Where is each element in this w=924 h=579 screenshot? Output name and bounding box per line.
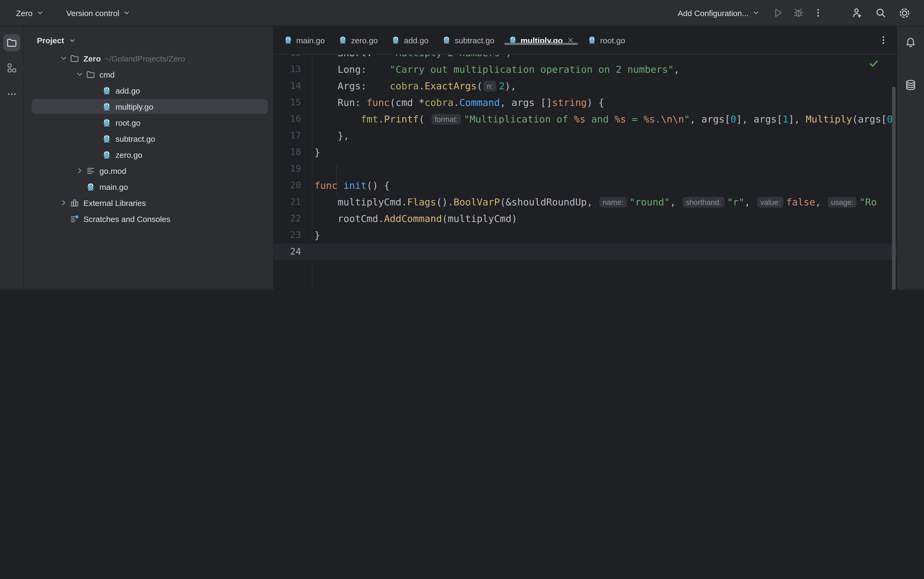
line-number: 17 xyxy=(274,127,312,144)
tree-item-label: cmd xyxy=(100,70,115,79)
code-token: "r" xyxy=(727,196,744,208)
editor-scrollbar[interactable] xyxy=(892,87,896,290)
chevron-down-icon xyxy=(753,9,760,16)
code-token: , args[ xyxy=(690,113,730,124)
chevron-down-icon[interactable] xyxy=(75,70,84,79)
line-number: 19 xyxy=(274,160,312,177)
chevron-spacer xyxy=(91,102,100,111)
mod-icon xyxy=(86,166,95,175)
goland-window: Zero Version control Add Configuration..… xyxy=(0,0,924,290)
tree-item-zero[interactable]: Zero~/GolandProjects/Zero xyxy=(24,50,273,66)
tree-item-multiply.go[interactable]: multiply.go xyxy=(24,98,273,114)
code-token: ], args[ xyxy=(736,113,782,124)
more-tool-windows-icon[interactable] xyxy=(3,85,20,103)
close-icon[interactable] xyxy=(568,37,574,43)
run-icon[interactable] xyxy=(773,8,784,18)
tree-item-label: add.go xyxy=(116,86,140,95)
code-editor[interactable]: 12 Short: "Multiply 2 numbers",13 Long: … xyxy=(274,54,897,290)
gopher-file-icon xyxy=(102,150,111,159)
code-token: Multiply xyxy=(806,113,852,124)
folder-icon xyxy=(86,70,95,79)
line-number: 12 xyxy=(274,54,312,61)
tree-item-label: Zero xyxy=(83,54,101,63)
code-line-text: rootCmd.AddCommand(multiplyCmd) xyxy=(312,210,518,227)
tab-options-icon[interactable] xyxy=(878,35,888,45)
tree-item-label: go.mod xyxy=(100,166,126,175)
gopher-file-icon xyxy=(442,36,451,44)
code-token: fmt xyxy=(361,113,378,124)
code-token: ( xyxy=(419,113,430,124)
right-tool-bar xyxy=(897,26,924,290)
debug-icon[interactable] xyxy=(793,8,804,18)
editor-tab-add.go[interactable]: add.go xyxy=(385,36,436,45)
code-line-text: } xyxy=(312,144,320,160)
database-icon[interactable] xyxy=(902,77,919,93)
chevron-right-icon[interactable] xyxy=(59,198,68,207)
editor-tab-root.go[interactable]: root.go xyxy=(581,36,632,45)
vcs-selector[interactable]: Version control xyxy=(66,8,131,17)
editor-tab-subtract.go[interactable]: subtract.go xyxy=(436,36,501,45)
code-line-20: 20func init() { xyxy=(274,177,897,194)
inspections-ok-icon[interactable] xyxy=(869,59,878,69)
code-token: = xyxy=(626,113,643,124)
run-configuration-selector[interactable]: Add Configuration... xyxy=(678,8,760,17)
code-line-text: fmt.Printf( format:"Multiplication of %s… xyxy=(312,111,893,127)
structure-icon[interactable] xyxy=(3,59,20,77)
code-line-12: 12 Short: "Multiply 2 numbers", xyxy=(274,54,897,61)
chevron-spacer xyxy=(91,150,100,159)
code-line-14: 14 Args: cobra.ExactArgs(n:2), xyxy=(274,78,897,94)
gopher-file-icon xyxy=(102,86,111,95)
code-token: , xyxy=(815,196,827,208)
tree-item-go.mod[interactable]: go.mod xyxy=(24,163,273,179)
chevron-spacer xyxy=(75,182,84,191)
activity-bar xyxy=(0,26,24,290)
notifications-bell-icon[interactable] xyxy=(902,34,919,51)
add-user-icon[interactable] xyxy=(852,8,862,18)
settings-gear-icon[interactable] xyxy=(899,7,910,18)
code-token: %s xyxy=(574,113,586,124)
editor-tab-main.go[interactable]: main.go xyxy=(277,36,332,45)
code-token: ExactArgs xyxy=(424,80,477,92)
code-line-23: 23} xyxy=(274,227,897,244)
chevron-down-icon[interactable] xyxy=(59,54,68,62)
tree-item-label: zero.go xyxy=(116,150,142,159)
code-token: (args[ xyxy=(852,113,887,124)
gopher-file-icon xyxy=(86,182,95,191)
code-line-16: 16 fmt.Printf( format:"Multiplication of… xyxy=(274,111,897,127)
tree-item-root.go[interactable]: root.go xyxy=(24,114,273,131)
code-token: %s xyxy=(614,113,626,124)
code-token: %s xyxy=(643,113,655,124)
code-token: . xyxy=(378,113,384,124)
code-token: "Multiply 2 numbers", xyxy=(390,54,511,58)
code-line-24: 24 xyxy=(274,244,897,260)
tree-item-zero.go[interactable]: zero.go xyxy=(24,147,273,163)
tree-item-main.go[interactable]: main.go xyxy=(24,179,273,195)
code-token: ], xyxy=(789,113,806,124)
code-token: , xyxy=(744,196,756,208)
code-line-17: 17 }, xyxy=(274,127,897,144)
code-line-text: } xyxy=(312,227,320,244)
chevron-down-icon xyxy=(36,9,44,16)
inlay-hint: n: xyxy=(484,81,496,92)
chevron-right-icon[interactable] xyxy=(75,166,84,175)
tree-item-external-libraries[interactable]: External Libraries xyxy=(24,195,273,211)
project-folder-icon[interactable] xyxy=(3,34,20,51)
project-selector[interactable]: Zero xyxy=(16,8,44,17)
code-token: "round" xyxy=(629,196,670,208)
tree-item-add.go[interactable]: add.go xyxy=(24,82,273,98)
editor-tab-zero.go[interactable]: zero.go xyxy=(332,36,385,45)
project-panel-header[interactable]: Project xyxy=(24,26,273,50)
gopher-file-icon xyxy=(588,36,596,44)
tree-item-subtract.go[interactable]: subtract.go xyxy=(24,131,273,147)
code-token: and xyxy=(586,113,614,124)
more-vertical-icon[interactable] xyxy=(813,8,823,18)
code-token: cobra xyxy=(424,97,454,108)
tree-item-scratches-and-consoles[interactable]: Scratches and Consoles xyxy=(24,211,273,227)
code-line-19: 19 xyxy=(274,160,897,177)
gopher-file-icon xyxy=(339,36,347,44)
tree-item-cmd[interactable]: cmd xyxy=(24,66,273,82)
editor-tab-multiply.go[interactable]: multiply.go xyxy=(501,36,581,45)
code-token: () { xyxy=(367,180,390,191)
search-icon[interactable] xyxy=(875,8,886,18)
code-line-18: 18} xyxy=(274,144,897,160)
